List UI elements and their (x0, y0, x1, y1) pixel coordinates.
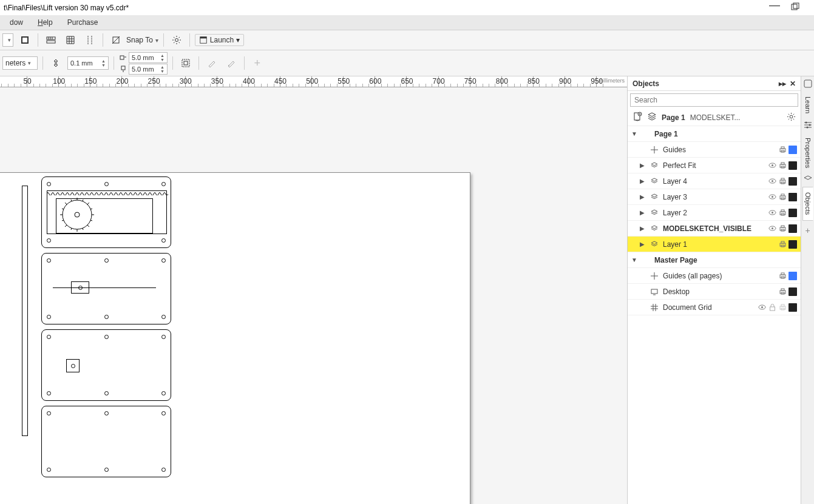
objects-tab-icon[interactable] (803, 175, 813, 184)
print-icon[interactable] (778, 240, 787, 249)
expand-icon[interactable]: ▶ (640, 193, 647, 200)
search-input[interactable] (630, 93, 798, 107)
tree-row-page-1[interactable]: ▼Page 1 (628, 126, 801, 142)
edit-fill-icon[interactable] (204, 55, 220, 71)
drawing-plate-3 (41, 329, 171, 401)
options-icon[interactable] (169, 32, 185, 48)
ruler-horizontal[interactable]: millimeters 5010015020025030035040045050… (0, 76, 627, 87)
add-tool-icon[interactable]: + (249, 55, 265, 71)
print-icon[interactable] (778, 193, 787, 201)
layer-color[interactable] (789, 303, 797, 312)
nudge-distance-input[interactable]: ▲▼ (67, 56, 109, 70)
layer-color[interactable] (789, 287, 797, 296)
edit-transparency-icon[interactable] (223, 55, 239, 71)
tab-objects[interactable]: Objects (802, 187, 813, 220)
print-icon[interactable] (778, 224, 787, 233)
add-tab-icon[interactable]: + (805, 226, 810, 235)
print-icon[interactable] (778, 209, 787, 217)
expand-icon[interactable]: ▶ (640, 241, 647, 247)
main-area: millimeters 5010015020025030035040045050… (0, 76, 814, 504)
snap-off-icon[interactable] (108, 32, 124, 48)
treat-as-filled-icon[interactable] (178, 55, 194, 71)
canvas-background[interactable] (0, 87, 627, 504)
layer-color[interactable] (789, 272, 797, 280)
visibility-icon[interactable] (768, 193, 776, 201)
snap-to-dropdown[interactable]: ▾ (155, 37, 158, 44)
tab-learn[interactable]: Learn (802, 91, 813, 119)
expand-icon[interactable]: ▶ (640, 209, 647, 216)
new-page-button[interactable] (633, 112, 642, 123)
svg-point-22 (228, 65, 229, 66)
show-grid-icon[interactable] (63, 32, 78, 48)
separator (244, 56, 245, 70)
tree-row-guides[interactable]: Guides (628, 142, 801, 158)
print-icon[interactable] (778, 272, 787, 280)
dup-x-input[interactable]: ▲▼ (129, 52, 168, 63)
expand-icon[interactable]: ▼ (631, 257, 639, 263)
layer-color[interactable] (789, 209, 797, 217)
layer-icon[interactable] (647, 112, 657, 123)
window-controls: — (758, 1, 810, 14)
show-rulers-icon[interactable] (43, 32, 59, 48)
tab-properties[interactable]: Properties (802, 132, 813, 173)
spin-down-icon[interactable]: ▼ (101, 63, 106, 67)
layer-color[interactable] (789, 177, 797, 186)
tree-row-guides-all-pages-[interactable]: Guides (all pages) (628, 268, 801, 284)
learn-tab-icon[interactable] (803, 79, 813, 89)
properties-tab-icon[interactable] (803, 120, 813, 130)
expand-icon[interactable]: ▶ (640, 162, 647, 169)
layer-color[interactable] (789, 161, 797, 170)
row-label: Perfect Fit (662, 161, 768, 170)
panel-options-icon[interactable] (787, 112, 796, 123)
canvas-area[interactable]: millimeters 5010015020025030035040045050… (0, 76, 627, 504)
layer-color[interactable] (789, 240, 797, 249)
tree-row-layer-1[interactable]: ▶Layer 1 (628, 237, 801, 252)
tree-row-desktop[interactable]: Desktop (628, 284, 801, 300)
tree-row-perfect-fit[interactable]: ▶Perfect Fit (628, 158, 801, 173)
show-guides-icon[interactable] (82, 32, 98, 48)
print-icon[interactable] (778, 303, 787, 312)
expand-icon[interactable]: ▶ (640, 225, 647, 232)
visibility-icon[interactable] (768, 209, 776, 217)
print-icon[interactable] (778, 177, 787, 186)
spin-up-icon[interactable]: ▲ (101, 59, 106, 63)
nudge-value[interactable] (70, 59, 100, 67)
menu-window[interactable]: dow (2, 18, 30, 27)
minimize-button[interactable]: — (769, 0, 780, 12)
tree-row-layer-2[interactable]: ▶Layer 2 (628, 205, 801, 221)
expand-icon[interactable]: ▼ (631, 130, 639, 137)
maximize-button[interactable] (791, 2, 799, 13)
snap-to-label[interactable]: Snap To (126, 36, 153, 44)
svg-rect-59 (781, 241, 784, 243)
nudge-icon[interactable] (48, 55, 64, 71)
visibility-icon[interactable] (768, 161, 776, 170)
menu-purchase[interactable]: Purchase (60, 18, 106, 27)
layer-color[interactable] (789, 146, 797, 154)
zoom-dropdown[interactable]: ▾ (2, 33, 13, 47)
lock-icon[interactable] (768, 303, 776, 312)
layer-color[interactable] (789, 193, 797, 201)
menu-help[interactable]: Help (30, 18, 60, 27)
tree-row-master-page[interactable]: ▼Master Page (628, 252, 801, 268)
dup-y-input[interactable]: ▲▼ (129, 64, 168, 75)
units-dropdown[interactable]: neters▾ (2, 56, 38, 70)
current-page-label[interactable]: Page 1 (662, 113, 685, 122)
layer-color[interactable] (789, 224, 797, 233)
tree-row-layer-4[interactable]: ▶Layer 4 (628, 173, 801, 189)
full-screen-icon[interactable] (17, 32, 33, 48)
panel-expand-icon[interactable]: ▸▸ (779, 79, 786, 88)
visibility-icon[interactable] (758, 303, 766, 312)
visibility-icon[interactable] (768, 224, 776, 233)
print-icon[interactable] (778, 287, 787, 296)
tree-row-layer-3[interactable]: ▶Layer 3 (628, 189, 801, 205)
tree-row-modelsketch-visible[interactable]: ▶MODELSKETCH_VISIBLE (628, 221, 801, 237)
print-icon[interactable] (778, 161, 787, 170)
current-layer-label[interactable]: MODELSKET... (690, 113, 741, 122)
expand-icon[interactable]: ▶ (640, 178, 647, 184)
tree-row-document-grid[interactable]: Document Grid (628, 300, 801, 315)
visibility-icon[interactable] (768, 177, 776, 186)
panel-close-icon[interactable]: ✕ (790, 79, 796, 88)
print-icon[interactable] (778, 146, 787, 154)
launch-button[interactable]: Launch ▾ (195, 34, 244, 46)
svg-rect-2 (792, 4, 797, 10)
